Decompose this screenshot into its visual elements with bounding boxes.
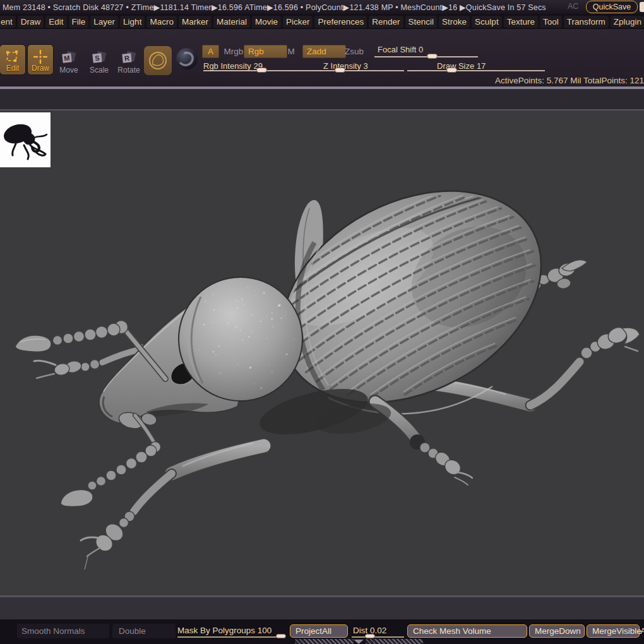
leg-front-left [81, 443, 264, 569]
current-brush-button[interactable] [144, 46, 172, 75]
matcap-swirl-icon [176, 48, 198, 69]
edit-mode-button[interactable]: Edit [0, 45, 25, 75]
menu-item-sculpt[interactable]: Sculpt [472, 16, 502, 28]
menu-item-movie[interactable]: Movie [252, 16, 281, 28]
menu-item-material[interactable]: Material [213, 16, 250, 28]
menu-item-marker[interactable]: Marker [179, 16, 212, 28]
focal-shift-slider[interactable] [374, 56, 478, 57]
m-toggle[interactable]: M [284, 45, 298, 58]
menu-item-stencil[interactable]: Stencil [405, 16, 438, 28]
menu-item-file[interactable]: File [69, 16, 89, 28]
menu-item-draw[interactable]: Draw [18, 16, 44, 28]
menu-item-macro[interactable]: Macro [146, 16, 177, 28]
double-control[interactable]: Double [112, 624, 176, 638]
edit-gizmo-icon [6, 50, 20, 64]
smooth-normals-control[interactable]: Smooth Normals [17, 624, 109, 638]
draw-mode-button[interactable]: Draw [28, 45, 53, 75]
move-mode-button[interactable]: M Move [56, 47, 81, 76]
menu-item-texture[interactable]: Texture [504, 16, 538, 28]
divider-grip-right[interactable] [366, 639, 423, 644]
menu-item-light[interactable]: Light [120, 16, 145, 28]
beetle-model [0, 110, 644, 595]
upper-tray [0, 89, 644, 109]
menu-item-picker[interactable]: Picker [283, 16, 313, 28]
status-bar: Mem 23148 • Scratch Disk 48727 • ZTime▶1… [0, 0, 644, 14]
zadd-toggle[interactable]: Zadd [302, 45, 346, 58]
check-mesh-volume-button[interactable]: Check Mesh Volume [407, 624, 527, 638]
a-toggle[interactable]: A [202, 45, 219, 58]
tool-preview-thumbnail[interactable] [0, 112, 51, 167]
rotate-icon: R [122, 52, 136, 64]
divider-collapse-arrow[interactable] [354, 640, 364, 644]
rgb-toggle[interactable]: Rgb [244, 45, 287, 58]
scale-icon: S [92, 52, 106, 64]
points-readout: ActivePoints: 5.767 Mil TotalPoints: 121… [495, 76, 644, 85]
draw-size-label: Draw Size 17 [437, 61, 486, 71]
draw-size-slider[interactable] [407, 70, 545, 71]
dist-slider-handle[interactable] [365, 634, 375, 638]
mergevisible-button[interactable]: MergeVisible [587, 624, 640, 638]
rotate-mode-button[interactable]: R Rotate [116, 47, 141, 76]
focal-shift-slider-handle[interactable] [427, 54, 438, 59]
menu-item-transform[interactable]: Transform [564, 16, 609, 28]
mrgb-toggle[interactable]: Mrgb [222, 45, 246, 58]
scale-mode-button[interactable]: S Scale [86, 47, 112, 76]
beetle-silhouette-icon [0, 112, 51, 167]
canvas-viewport[interactable] [0, 110, 644, 595]
menu-bar: ent Draw Edit File Layer Light Macro Mar… [0, 14, 644, 29]
zsub-toggle[interactable]: Zsub [342, 45, 367, 58]
move-icon: M [62, 52, 76, 64]
material-sphere-button[interactable] [176, 48, 198, 69]
divider-grip-left[interactable] [295, 639, 354, 644]
top-shelf: Edit Draw M Move S Scale R Rotate [0, 29, 644, 86]
dist-slider[interactable] [352, 636, 404, 638]
rgb-intensity-label: Rgb Intensity 29 [203, 61, 263, 71]
mask-by-polygroups-label: Mask By Polygroups 100 [177, 626, 271, 635]
zbrush-window: Mem 23148 • Scratch Disk 48727 • ZTime▶1… [0, 0, 644, 644]
edge-button-partial[interactable] [640, 2, 644, 12]
clipped-button-label: A [640, 626, 644, 636]
draw-crosshair-icon [33, 50, 47, 64]
lower-tray [0, 597, 644, 619]
brush-stroke-icon [144, 46, 172, 75]
pronotum [179, 277, 302, 401]
mask-by-polygroups-slider[interactable] [177, 636, 285, 638]
rgb-intensity-slider-handle[interactable] [256, 68, 267, 73]
menu-item-render[interactable]: Render [369, 16, 403, 28]
menu-item-tool[interactable]: Tool [540, 16, 562, 28]
menu-item-edit[interactable]: Edit [45, 16, 66, 28]
status-readout: Mem 23148 • Scratch Disk 48727 • ZTime▶1… [3, 3, 546, 12]
ac-label: AC [568, 2, 578, 11]
mergedown-button[interactable]: MergeDown [529, 624, 585, 638]
focal-shift-label: Focal Shift 0 [378, 45, 423, 54]
z-intensity-label: Z Intensity 3 [323, 61, 368, 71]
z-intensity-slider-handle[interactable] [335, 68, 345, 73]
mask-by-polygroups-slider-handle[interactable] [276, 634, 286, 638]
menu-item-preferences[interactable]: Preferences [314, 16, 367, 28]
projectall-button[interactable]: ProjectAll [290, 624, 348, 638]
quicksave-button[interactable]: QuickSave [586, 1, 638, 13]
menu-item-stroke[interactable]: Stroke [439, 16, 470, 28]
draw-size-slider-handle[interactable] [446, 68, 457, 73]
menu-item-zplugin[interactable]: Zplugin [611, 16, 644, 28]
z-intensity-slider[interactable] [320, 70, 404, 71]
menu-item-document[interactable]: ent [0, 16, 16, 28]
menu-item-layer[interactable]: Layer [90, 16, 118, 28]
